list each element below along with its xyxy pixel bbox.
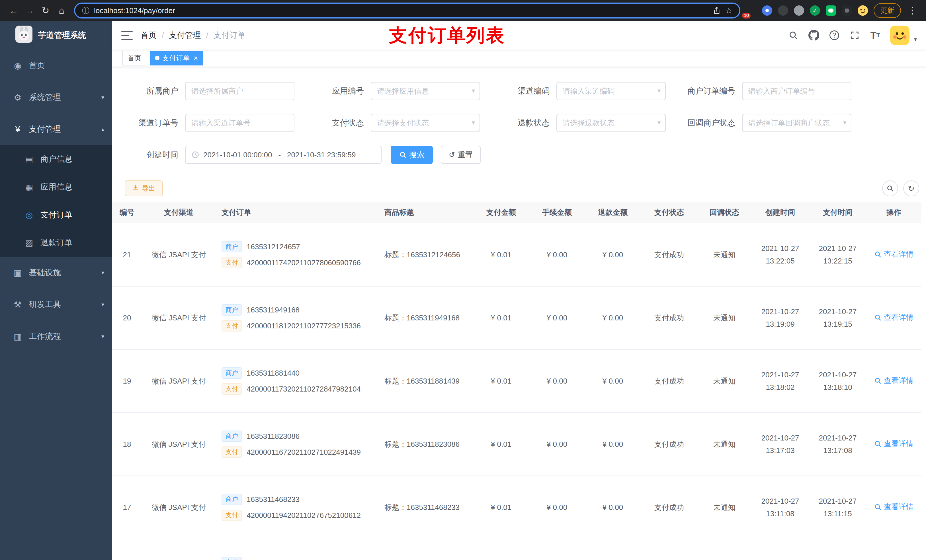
home-icon[interactable]: ⌂ <box>53 3 70 18</box>
cell-refund <box>585 539 641 560</box>
tool-icon: ⚒ <box>11 300 24 309</box>
pay-order-line: 支付4200001173202110272847982104 <box>221 383 375 395</box>
view-detail-link[interactable]: 查看详情 <box>874 249 914 259</box>
filter-select-0-1[interactable] <box>371 82 480 100</box>
cell-refund: ¥ 0.00 <box>585 476 641 539</box>
pay-tag: 支付 <box>221 510 242 521</box>
filter-input-0-3[interactable] <box>742 82 851 100</box>
cell-notify: 未通知 <box>698 413 751 476</box>
breadcrumb-home[interactable]: 首页 <box>141 30 157 41</box>
extension-check-icon[interactable]: ✓ <box>810 5 820 16</box>
time-line: 13:22:05 <box>755 255 806 267</box>
github-icon[interactable] <box>808 30 820 41</box>
address-bar[interactable]: ⓘ localhost:1024/pay/order ☆ <box>74 3 740 18</box>
tab-home[interactable]: 首页 <box>123 51 146 65</box>
filter-select-1-3[interactable] <box>742 114 851 132</box>
cell-channel: 微信 JSAPI 支付 <box>142 223 216 286</box>
extensions-area: 10 ✓ <box>746 5 868 16</box>
cell-status: 支付成功 <box>641 413 698 476</box>
browser-menu-icon[interactable]: ⋮ <box>904 3 920 18</box>
cell-channel: 微信 JSAPI 支付 <box>142 349 216 413</box>
filter-input-1-0[interactable] <box>185 114 294 132</box>
font-size-icon[interactable]: TT <box>870 30 881 41</box>
filter-select-1-1[interactable] <box>371 114 480 132</box>
avatar[interactable] <box>890 26 909 45</box>
order-number: 4200001167202110271022491439 <box>247 448 361 457</box>
sidebar-item-refund-order[interactable]: ▨退款订单 <box>0 229 112 257</box>
date-range-input[interactable]: 2021-10-01 00:00:00 - 2021-10-31 23:59:5… <box>185 146 381 164</box>
sidebar-item-label: 基础设施 <box>29 267 101 278</box>
sidebar-item-home[interactable]: ◉首页 <box>0 50 112 82</box>
filter-select-1-2[interactable] <box>557 114 666 132</box>
order-number: 4200001173202110272847982104 <box>247 385 361 394</box>
time-line: 13:17:03 <box>755 444 806 457</box>
sidebar-item-label: 应用信息 <box>41 181 104 192</box>
reload-icon[interactable]: ↻ <box>38 3 53 18</box>
share-icon[interactable] <box>713 6 721 15</box>
app: 芋道管理系统 ◉首页⚙系统管理▾¥支付管理▴▤商户信息▦应用信息◎支付订单▨退款… <box>0 21 926 560</box>
forward-icon[interactable]: → <box>22 3 38 18</box>
cell-created <box>751 539 809 560</box>
sidebar-item-system[interactable]: ⚙系统管理▾ <box>0 82 112 113</box>
breadcrumb-current: 支付订单 <box>213 30 245 41</box>
help-icon[interactable]: ? <box>829 30 840 41</box>
extension-face-icon[interactable] <box>858 5 868 16</box>
sidebar-item-payment[interactable]: ¥支付管理▴ <box>0 113 112 145</box>
extension-puzzle-icon[interactable] <box>842 5 852 16</box>
table-row: 19微信 JSAPI 支付商户1635311881440支付4200001173… <box>112 349 921 413</box>
sidebar-toggle-icon[interactable] <box>121 31 133 40</box>
table-row: 20微信 JSAPI 支付商户1635311949168支付4200001181… <box>112 286 921 349</box>
back-icon[interactable]: ← <box>6 3 22 18</box>
chevron-down-icon[interactable]: ▾ <box>914 36 917 43</box>
filter-form: 所属商户应用编号▾渠道编码▾商户订单编号渠道订单号支付状态▾退款状态▾回调商户状… <box>112 67 926 178</box>
extension-dark-icon[interactable] <box>778 5 788 16</box>
bookmark-star-icon[interactable]: ☆ <box>725 6 732 15</box>
table-row: 商户1635311164216支付 <box>112 539 921 560</box>
app-header: 首页 / 支付管理 / 支付订单 支付订单列表 ? <box>112 21 926 50</box>
logo-avatar <box>15 26 32 45</box>
search-toggle-button[interactable] <box>882 180 898 196</box>
search-button[interactable]: 搜索 <box>391 146 433 164</box>
browser-update-button[interactable]: 更新 <box>874 3 901 18</box>
filter-input-0-0[interactable] <box>185 82 294 100</box>
site-info-icon[interactable]: ⓘ <box>82 6 89 16</box>
cell-status: 支付成功 <box>641 286 698 349</box>
tab-pay-order[interactable]: 支付订单 × <box>150 51 203 65</box>
sidebar-item-app-info[interactable]: ▦应用信息 <box>0 173 112 201</box>
cell-id: 18 <box>112 413 142 476</box>
cell-fee: ¥ 0.00 <box>529 413 585 476</box>
extension-chat-icon[interactable] <box>826 5 836 16</box>
cell-amount: ¥ 0.01 <box>473 476 529 539</box>
view-detail-link[interactable]: 查看详情 <box>874 502 914 512</box>
cell-id: 17 <box>112 476 142 539</box>
extension-grid-icon[interactable]: 10 <box>746 5 756 16</box>
order-number: 4200001174202110278060590766 <box>247 258 361 267</box>
search-icon[interactable] <box>788 30 799 41</box>
extension-gray-icon[interactable] <box>794 5 804 16</box>
time-line: 13:17:08 <box>813 444 863 457</box>
sidebar-item-workflow[interactable]: ▥工作流程▾ <box>0 320 112 352</box>
filter-label: 商户订单编号 <box>674 86 742 97</box>
pay-order-line: 支付4200001181202110277723215336 <box>221 320 375 332</box>
refresh-button[interactable]: ↻ <box>903 180 919 196</box>
time-line: 13:19:09 <box>755 318 806 331</box>
view-detail-link[interactable]: 查看详情 <box>874 439 914 449</box>
extension-pin-icon[interactable] <box>762 5 772 16</box>
time-line: 13:11:08 <box>755 507 806 520</box>
cell-id: 19 <box>112 349 142 413</box>
view-detail-link[interactable]: 查看详情 <box>874 312 914 322</box>
table-row: 17微信 JSAPI 支付商户1635311468233支付4200001194… <box>112 476 921 539</box>
sidebar-item-dev-tools[interactable]: ⚒研发工具▾ <box>0 288 112 320</box>
cell-refund: ¥ 0.00 <box>585 286 641 349</box>
reset-button[interactable]: ↺ 重置 <box>441 146 481 164</box>
fullscreen-icon[interactable] <box>849 30 861 41</box>
sidebar-item-merchant-info[interactable]: ▤商户信息 <box>0 145 112 173</box>
close-icon[interactable]: × <box>194 54 198 62</box>
sidebar-item-infrastructure[interactable]: ▣基础设施▾ <box>0 257 112 288</box>
tags-view-bar: 首页 支付订单 × <box>112 50 926 67</box>
filter-select-0-2[interactable] <box>557 82 666 100</box>
view-detail-link[interactable]: 查看详情 <box>874 376 914 386</box>
export-button[interactable]: 导出 <box>125 180 163 196</box>
cell-paid <box>809 539 866 560</box>
sidebar-item-pay-order[interactable]: ◎支付订单 <box>0 201 112 229</box>
